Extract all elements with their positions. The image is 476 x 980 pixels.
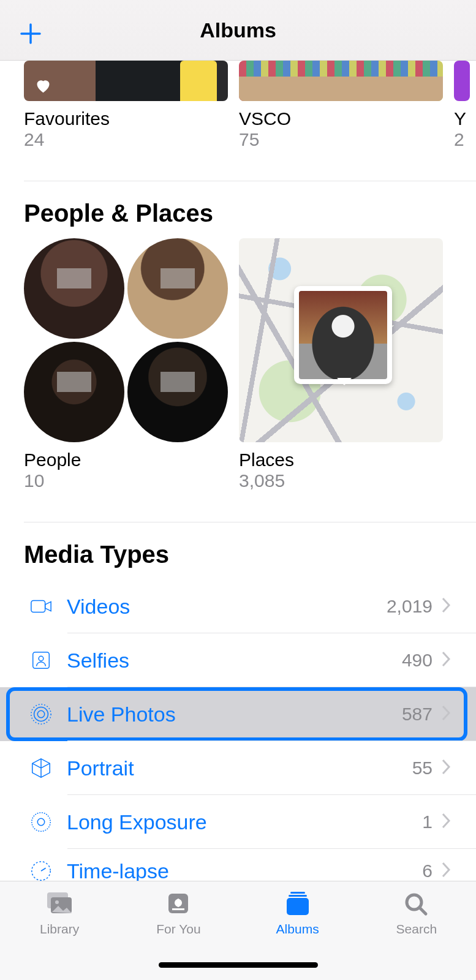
for-you-icon: [162, 890, 194, 917]
svg-rect-1: [33, 652, 50, 669]
album-count: 2: [454, 129, 470, 150]
home-indicator[interactable]: [159, 962, 318, 968]
media-count: 2,019: [387, 596, 433, 617]
page-title: Albums: [0, 18, 476, 42]
svg-rect-13: [172, 908, 184, 910]
svg-rect-16: [287, 898, 309, 915]
video-icon: [24, 595, 58, 618]
chevron-right-icon: [441, 758, 452, 778]
chevron-right-icon: [441, 597, 452, 616]
map-pin-image: [299, 291, 387, 379]
person-avatar: [24, 238, 124, 339]
media-label: Time-lapse: [67, 859, 169, 881]
media-row-live-photos[interactable]: Live Photos 587: [0, 687, 476, 741]
album-thumb-favourites: [24, 61, 228, 101]
people-count: 10: [24, 470, 228, 491]
my-albums-row: Favourites 24 VSCO 75 Y 2: [0, 61, 476, 150]
album-count: 75: [239, 129, 443, 150]
media-count: 1: [422, 812, 433, 832]
album-card-peek[interactable]: Y 2: [454, 61, 470, 150]
map-pin: [294, 286, 392, 384]
people-title: People: [24, 450, 228, 470]
album-thumb-peek: [454, 61, 470, 101]
chevron-right-icon: [441, 812, 452, 832]
library-icon: [43, 890, 75, 917]
places-thumb: [239, 238, 443, 442]
tab-label: Library: [40, 922, 79, 937]
album-title: Y: [454, 108, 470, 129]
svg-point-11: [55, 900, 59, 904]
svg-point-7: [32, 813, 50, 831]
search-icon: [401, 890, 433, 917]
media-label: Live Photos: [67, 703, 176, 726]
media-row-portrait[interactable]: Portrait 55: [0, 741, 476, 795]
tab-label: For You: [156, 922, 200, 937]
tab-for-you[interactable]: For You: [119, 890, 238, 937]
svg-rect-14: [290, 892, 305, 894]
media-row-time-lapse[interactable]: Time-lapse 6: [0, 849, 476, 881]
tab-label: Albums: [276, 922, 319, 937]
header-bar: Albums: [0, 0, 476, 61]
media-row-long-exposure[interactable]: Long Exposure 1: [0, 795, 476, 849]
media-row-videos[interactable]: Videos 2,019: [0, 579, 476, 633]
album-card-vsco[interactable]: VSCO 75: [239, 61, 443, 150]
places-card[interactable]: Places 3,085: [239, 238, 443, 491]
media-count: 587: [402, 704, 433, 725]
chevron-right-icon: [441, 650, 452, 670]
album-title: VSCO: [239, 108, 443, 129]
svg-point-4: [34, 707, 48, 722]
tab-library[interactable]: Library: [0, 890, 119, 937]
media-label: Selfies: [67, 649, 129, 673]
person-avatar: [127, 342, 228, 442]
tab-albums[interactable]: Albums: [238, 890, 357, 937]
chevron-right-icon: [441, 704, 452, 724]
tab-search[interactable]: Search: [357, 890, 476, 937]
places-count: 3,085: [239, 470, 443, 491]
album-count: 24: [24, 129, 228, 150]
media-types-list: Videos 2,019 Selfies 490 Live Photos 587: [0, 579, 476, 881]
media-count: 490: [402, 650, 433, 671]
svg-point-3: [37, 710, 44, 717]
content-scroll[interactable]: Favourites 24 VSCO 75 Y 2 People & Place…: [0, 61, 476, 881]
media-label: Long Exposure: [67, 810, 207, 834]
heart-icon: [33, 77, 53, 95]
cube-icon: [24, 756, 58, 780]
svg-point-2: [39, 656, 43, 661]
people-places-row: People 10 Places 3,085: [0, 238, 476, 491]
selfie-icon: [24, 649, 58, 672]
svg-point-6: [37, 818, 44, 825]
person-avatar: [24, 342, 124, 442]
live-photo-icon: [24, 703, 58, 726]
media-count: 6: [422, 861, 433, 881]
tab-bar: Library For You Albums Search: [0, 881, 476, 980]
places-title: Places: [239, 450, 443, 470]
person-avatar: [127, 238, 228, 339]
album-card-favourites[interactable]: Favourites 24: [24, 61, 228, 150]
long-exposure-icon: [24, 810, 58, 834]
album-thumb-vsco: [239, 61, 443, 101]
section-people-places: People & Places: [0, 181, 476, 238]
media-label: Portrait: [67, 756, 134, 780]
albums-icon: [282, 890, 314, 917]
section-media-types: Media Types: [0, 522, 476, 579]
album-title: Favourites: [24, 108, 228, 129]
media-count: 55: [412, 758, 433, 778]
svg-rect-15: [289, 895, 307, 897]
media-label: Videos: [67, 595, 130, 619]
timelapse-icon: [24, 859, 58, 881]
chevron-right-icon: [441, 861, 452, 881]
tab-label: Search: [396, 922, 437, 937]
people-card[interactable]: People 10: [24, 238, 228, 491]
people-grid: [24, 238, 228, 442]
svg-rect-0: [31, 601, 45, 612]
media-row-selfies[interactable]: Selfies 490: [0, 633, 476, 687]
